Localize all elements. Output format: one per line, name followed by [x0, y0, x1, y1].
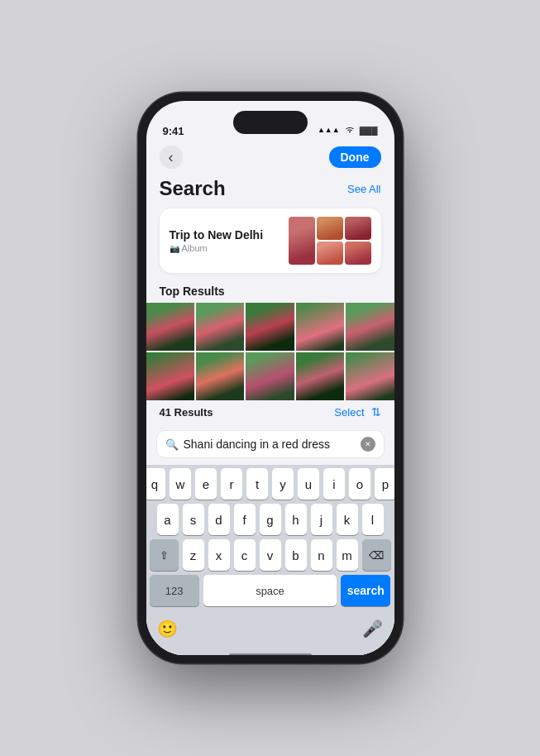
signal-icon: ▲▲▲	[318, 126, 340, 134]
key-j[interactable]: j	[311, 504, 332, 535]
search-input-wrap[interactable]: 🔍 Shani dancing in a red dress	[156, 430, 385, 458]
key-p[interactable]: p	[375, 468, 394, 500]
photo-5[interactable]	[346, 303, 394, 351]
key-k[interactable]: k	[337, 504, 358, 535]
photo-8[interactable]	[246, 352, 294, 400]
back-button[interactable]	[160, 146, 183, 169]
key-r[interactable]: r	[221, 468, 242, 500]
sort-icon[interactable]: ⇅	[371, 405, 381, 419]
key-t[interactable]: t	[246, 468, 268, 500]
phone-screen: 9:41 ▲▲▲ ▓▓▓ Done Search See All	[146, 101, 394, 655]
key-z[interactable]: z	[183, 539, 204, 571]
key-b[interactable]: b	[285, 539, 307, 571]
search-input-value[interactable]: Shani dancing in a red dress	[184, 438, 356, 451]
key-l[interactable]: l	[362, 504, 384, 535]
key-d[interactable]: d	[208, 504, 230, 535]
dynamic-island	[233, 111, 308, 134]
album-thumb-5	[345, 242, 371, 265]
emoji-icon[interactable]: 🙂	[153, 614, 183, 644]
album-thumb-2	[317, 217, 343, 240]
keyboard-area: q w e r t y u i o p a s	[146, 465, 394, 655]
keyboard-row-3: ⇧ z x c v b n m ⌫	[150, 539, 391, 571]
phone-device: 9:41 ▲▲▲ ▓▓▓ Done Search See All	[138, 93, 403, 663]
key-a[interactable]: a	[157, 504, 179, 535]
key-f[interactable]: f	[234, 504, 256, 535]
album-thumb-3	[345, 217, 371, 240]
delete-key[interactable]: ⌫	[362, 539, 391, 571]
numbers-key[interactable]: 123	[150, 575, 199, 606]
key-q[interactable]: q	[146, 468, 166, 500]
key-h[interactable]: h	[285, 504, 307, 535]
top-results-header: Top Results	[146, 281, 394, 303]
status-icons: ▲▲▲ ▓▓▓	[318, 122, 378, 137]
photo-9[interactable]	[296, 352, 344, 400]
photo-1[interactable]	[146, 303, 194, 351]
see-all-button[interactable]: See All	[347, 183, 380, 195]
search-icon: 🔍	[165, 438, 179, 451]
album-thumb-1	[289, 217, 315, 265]
mic-icon[interactable]: 🎤	[358, 614, 388, 644]
key-e[interactable]: e	[195, 468, 217, 500]
keyboard: q w e r t y u i o p a s	[146, 465, 394, 612]
keyboard-bottom-accessories: 🙂 🎤	[146, 612, 394, 647]
album-info: Trip to New Delhi 📷 Album	[170, 228, 264, 253]
content-area: Search See All Trip to New Delhi 📷 Album	[146, 175, 394, 655]
photo-3[interactable]	[246, 303, 294, 351]
key-u[interactable]: u	[298, 468, 319, 500]
keyboard-row-2: a s d f g h j k l	[150, 504, 391, 535]
key-m[interactable]: m	[337, 539, 358, 571]
keyboard-bottom-row: 123 space search	[150, 575, 391, 606]
results-count: 41 Results	[160, 406, 213, 419]
key-v[interactable]: v	[260, 539, 281, 571]
key-i[interactable]: i	[323, 468, 345, 500]
key-x[interactable]: x	[208, 539, 230, 571]
photo-10[interactable]	[346, 352, 394, 400]
photo-2[interactable]	[196, 303, 244, 351]
results-actions: Select ⇅	[334, 405, 380, 419]
key-g[interactable]: g	[260, 504, 281, 535]
done-button[interactable]: Done	[329, 146, 381, 168]
album-icon: 📷	[170, 244, 179, 253]
key-o[interactable]: o	[349, 468, 370, 500]
shift-key[interactable]: ⇧	[150, 539, 179, 571]
space-key[interactable]: space	[203, 575, 337, 606]
keyboard-row-1: q w e r t y u i o p	[150, 468, 391, 500]
select-button[interactable]: Select	[334, 406, 364, 419]
album-title: Trip to New Delhi	[170, 228, 264, 242]
photo-6[interactable]	[146, 352, 194, 400]
search-title-row: Search See All	[146, 175, 394, 203]
search-button[interactable]: search	[341, 575, 390, 606]
album-card[interactable]: Trip to New Delhi 📷 Album	[160, 208, 381, 273]
album-subtitle: 📷 Album	[170, 243, 264, 253]
key-w[interactable]: w	[170, 468, 191, 500]
results-bar: 41 Results Select ⇅	[146, 400, 394, 423]
album-thumbnails	[289, 217, 371, 265]
key-s[interactable]: s	[183, 504, 204, 535]
photo-grid	[146, 303, 394, 400]
key-n[interactable]: n	[311, 539, 332, 571]
page-title: Search	[160, 177, 226, 200]
photo-4[interactable]	[296, 303, 344, 351]
home-bar	[229, 653, 312, 655]
battery-icon: ▓▓▓	[360, 126, 378, 135]
photo-7[interactable]	[196, 352, 244, 400]
key-y[interactable]: y	[272, 468, 294, 500]
key-c[interactable]: c	[234, 539, 256, 571]
nav-bar: Done	[146, 142, 394, 175]
status-time: 9:41	[163, 125, 184, 137]
wifi-icon	[344, 122, 356, 137]
home-indicator	[146, 647, 394, 655]
album-thumb-4	[317, 242, 343, 265]
search-clear-button[interactable]	[361, 437, 375, 452]
search-bar-row: 🔍 Shani dancing in a red dress	[146, 423, 394, 465]
